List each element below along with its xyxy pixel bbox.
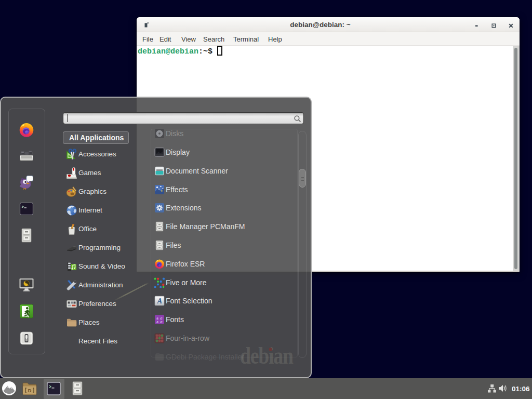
svg-text:A: A: [157, 297, 162, 305]
svg-text:a: a: [156, 320, 158, 324]
svg-text:a: a: [161, 320, 163, 324]
svg-text:D: D: [28, 388, 32, 393]
